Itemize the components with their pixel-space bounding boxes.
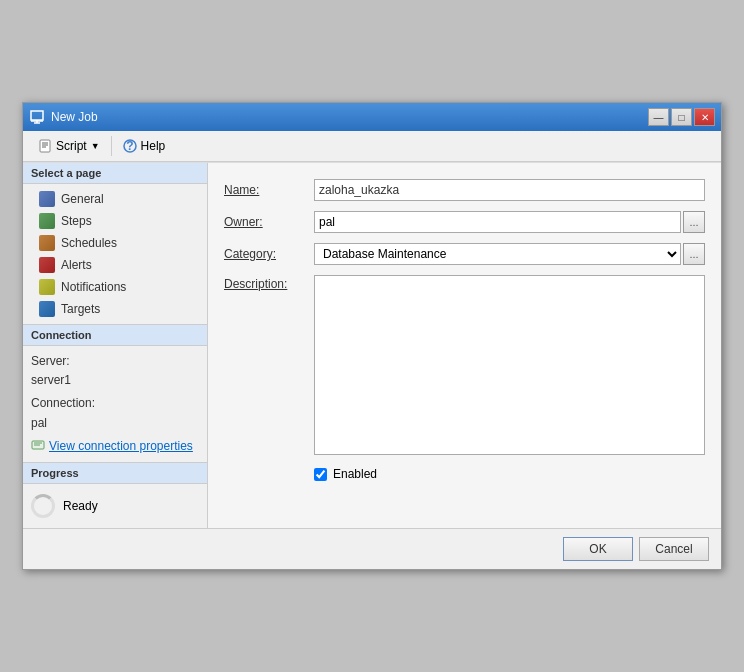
category-browse-button[interactable]: ... — [683, 243, 705, 265]
sidebar-item-targets-label: Targets — [61, 302, 100, 316]
sidebar-item-schedules-label: Schedules — [61, 236, 117, 250]
help-label: Help — [141, 139, 166, 153]
help-icon: ? — [123, 139, 137, 153]
progress-spinner-icon — [31, 494, 55, 518]
connection-label-row: Connection: pal — [31, 394, 199, 432]
main-content: Select a page General Steps Schedules Al… — [23, 162, 721, 528]
connection-title: Connection — [23, 325, 207, 346]
sidebar-item-targets[interactable]: Targets — [23, 298, 207, 320]
progress-title: Progress — [23, 463, 207, 484]
description-textarea[interactable] — [314, 275, 705, 455]
enabled-label: Enabled — [333, 467, 377, 481]
script-dropdown-arrow: ▼ — [91, 141, 100, 151]
category-row: Category: Database Maintenance Uncategor… — [224, 243, 705, 265]
help-button[interactable]: ? Help — [116, 135, 173, 157]
connection-section: Connection Server: server1 Connection: p… — [23, 324, 207, 462]
owner-field-group: ... — [314, 211, 705, 233]
ok-button[interactable]: OK — [563, 537, 633, 561]
svg-rect-0 — [31, 111, 43, 120]
script-icon — [38, 139, 52, 153]
steps-icon — [39, 213, 55, 229]
svg-rect-4 — [40, 140, 50, 152]
connection-link-icon — [31, 440, 45, 452]
sidebar-item-alerts-label: Alerts — [61, 258, 92, 272]
owner-row: Owner: ... — [224, 211, 705, 233]
sidebar-item-steps-label: Steps — [61, 214, 92, 228]
sidebar: Select a page General Steps Schedules Al… — [23, 163, 208, 528]
owner-label: Owner: — [224, 215, 314, 229]
alerts-icon — [39, 257, 55, 273]
form-area: Name: Owner: ... Category: Database Main… — [208, 163, 721, 528]
connection-value: pal — [31, 416, 47, 430]
description-row: Description: — [224, 275, 705, 455]
footer: OK Cancel — [23, 528, 721, 569]
server-value: server1 — [31, 373, 71, 387]
sidebar-item-steps[interactable]: Steps — [23, 210, 207, 232]
general-icon — [39, 191, 55, 207]
notifications-icon — [39, 279, 55, 295]
category-label: Category: — [224, 247, 314, 261]
minimize-button[interactable]: — — [648, 108, 669, 126]
category-select[interactable]: Database Maintenance Uncategorized (Loca… — [314, 243, 681, 265]
enabled-checkbox[interactable] — [314, 468, 327, 481]
name-label: Name: — [224, 183, 314, 197]
name-row: Name: — [224, 179, 705, 201]
connection-info: Server: server1 Connection: pal View — [23, 346, 207, 462]
name-input[interactable] — [314, 179, 705, 201]
script-button[interactable]: Script ▼ — [31, 135, 107, 157]
progress-status: Ready — [63, 499, 98, 513]
sidebar-item-schedules[interactable]: Schedules — [23, 232, 207, 254]
owner-browse-button[interactable]: ... — [683, 211, 705, 233]
dialog-title: New Job — [51, 110, 648, 124]
title-buttons: — □ ✕ — [648, 108, 715, 126]
maximize-button[interactable]: □ — [671, 108, 692, 126]
close-button[interactable]: ✕ — [694, 108, 715, 126]
view-connection-link[interactable]: View connection properties — [31, 437, 199, 456]
owner-input[interactable] — [314, 211, 681, 233]
schedules-icon — [39, 235, 55, 251]
sidebar-item-general[interactable]: General — [23, 188, 207, 210]
targets-icon — [39, 301, 55, 317]
progress-section: Progress Ready — [23, 462, 207, 528]
toolbar-separator — [111, 136, 112, 156]
svg-text:?: ? — [126, 139, 133, 153]
script-label: Script — [56, 139, 87, 153]
title-bar-icon — [29, 109, 45, 125]
sidebar-items: General Steps Schedules Alerts Notificat… — [23, 184, 207, 324]
sidebar-item-notifications[interactable]: Notifications — [23, 276, 207, 298]
description-label: Description: — [224, 275, 314, 455]
dialog-window: New Job — □ ✕ Script ▼ ? Help — [22, 102, 722, 570]
progress-content: Ready — [23, 484, 207, 528]
sidebar-item-notifications-label: Notifications — [61, 280, 126, 294]
title-bar: New Job — □ ✕ — [23, 103, 721, 131]
sidebar-item-general-label: General — [61, 192, 104, 206]
view-connection-text: View connection properties — [49, 437, 193, 456]
toolbar: Script ▼ ? Help — [23, 131, 721, 162]
select-page-title: Select a page — [23, 163, 207, 184]
enabled-row: Enabled — [224, 467, 705, 481]
server-label: Server: server1 — [31, 352, 199, 390]
sidebar-item-alerts[interactable]: Alerts — [23, 254, 207, 276]
category-field-group: Database Maintenance Uncategorized (Loca… — [314, 243, 705, 265]
cancel-button[interactable]: Cancel — [639, 537, 709, 561]
